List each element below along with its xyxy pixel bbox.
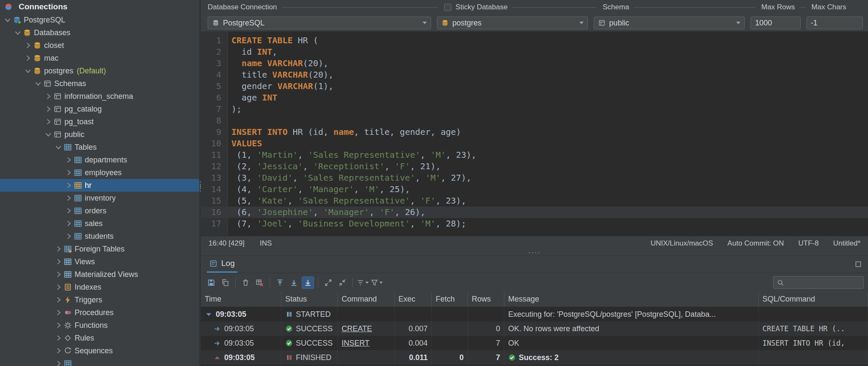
editor-line[interactable]: 7);	[201, 103, 868, 115]
editor-line[interactable]: 12 (2, 'Jessica', 'Receptionist', 'F', 2…	[201, 161, 868, 172]
editor-line[interactable]: 17 (7, 'Joel', 'Business Development', '…	[201, 218, 868, 229]
scroll-to-start-button[interactable]	[274, 277, 286, 289]
auto-commit-indicator[interactable]: Auto Commit: ON	[727, 239, 784, 248]
filter-button[interactable]	[370, 277, 383, 289]
row-arrow-icon[interactable]	[213, 339, 221, 347]
editor-line[interactable]: 4 title VARCHAR(20),	[201, 69, 868, 81]
editor-code-pane[interactable]: 1CREATE TABLE HR (2 id INT,3 name VARCHA…	[201, 31, 868, 236]
delete-row-button[interactable]	[239, 277, 252, 289]
aggregate-filter-button[interactable]	[356, 277, 369, 289]
tree-item-triggers[interactable]: Triggers	[0, 293, 199, 306]
sticky-database-checkbox[interactable]	[444, 4, 451, 11]
tree-item-students[interactable]: students	[0, 230, 199, 243]
column-header-command[interactable]: Command	[338, 292, 395, 307]
log-row[interactable]: 09:03:05SUCCESSINSERT0.0047OKINSERT INTO…	[201, 336, 868, 350]
chevron-down-icon[interactable]	[34, 79, 42, 88]
chevron-right-icon[interactable]	[54, 245, 63, 253]
column-header-time[interactable]: Time	[201, 292, 281, 307]
log-search-box[interactable]	[773, 276, 864, 289]
editor-line[interactable]: 11 (1, 'Martin', 'Sales Representative',…	[201, 149, 868, 161]
row-arrow-icon[interactable]	[213, 325, 221, 333]
chevron-right-icon[interactable]	[64, 232, 73, 240]
panel-splitter[interactable]: ····	[201, 250, 868, 255]
editor-line[interactable]: 8	[201, 115, 868, 126]
scroll-to-end-button[interactable]	[288, 277, 300, 289]
tree-item-sequences[interactable]: Sequences	[0, 344, 199, 357]
tab-log[interactable]: Log	[207, 255, 237, 273]
tree-item-orders[interactable]: orders	[0, 204, 199, 217]
column-header-exec[interactable]: Exec	[395, 292, 432, 307]
tree-item-departments[interactable]: departments	[0, 154, 199, 166]
caret-position[interactable]: 16:40 [429]	[209, 239, 245, 248]
column-header-message[interactable]: Message	[504, 292, 759, 307]
tree-item-closet[interactable]: closet	[0, 39, 199, 52]
save-log-button[interactable]	[205, 277, 217, 289]
tree-item-mac[interactable]: mac	[0, 52, 199, 64]
tree-item-rules[interactable]: Rules	[0, 332, 199, 344]
tree-item-functions[interactable]: Functions	[0, 319, 199, 332]
chevron-right-icon[interactable]	[64, 156, 73, 164]
search-input[interactable]	[787, 278, 855, 287]
chevron-right-icon[interactable]	[54, 257, 63, 266]
chevron-right-icon[interactable]	[64, 181, 73, 190]
column-header-fetch[interactable]: Fetch	[432, 292, 468, 307]
chevron-right-icon[interactable]	[44, 92, 53, 101]
log-row[interactable]: 09:03:05SUCCESSCREATE0.0070OK. No rows w…	[201, 321, 868, 336]
editor-line[interactable]: 13 (3, 'David', 'Sales Representative', …	[201, 172, 868, 184]
chevron-right-icon[interactable]	[54, 308, 63, 317]
chevron-right-icon[interactable]	[54, 359, 63, 366]
editor-line[interactable]: 2 id INT,	[201, 46, 868, 58]
tree-item-pg_toast[interactable]: pg_toast	[0, 115, 199, 128]
collapse-all-button[interactable]	[336, 277, 348, 289]
log-row[interactable]: 09:03:05FINISHED0.01107Success: 2	[201, 350, 868, 365]
tree-item-information_schema[interactable]: information_schema	[0, 90, 199, 103]
tree-item-postgres[interactable]: postgres(Default)	[0, 64, 199, 77]
chevron-right-icon[interactable]	[54, 270, 63, 279]
chevron-right-icon[interactable]	[54, 296, 63, 304]
tree-item-views[interactable]: Views	[0, 255, 199, 268]
editor-line[interactable]: 10VALUES	[201, 138, 868, 149]
editor-line[interactable]: 5 gender VARCHAR(1),	[201, 81, 868, 92]
database-dropdown[interactable]: postgres	[437, 17, 588, 29]
chevron-right-icon[interactable]	[64, 219, 73, 228]
column-header-sql-command[interactable]: SQL/Command	[759, 292, 868, 307]
tree-item-postgresql[interactable]: PostgreSQL	[0, 14, 199, 26]
finish-marker-icon[interactable]	[213, 354, 221, 362]
chevron-down-icon[interactable]	[24, 67, 32, 75]
sql-editor[interactable]: 1CREATE TABLE HR (2 id INT,3 name VARCHA…	[201, 31, 868, 236]
chevron-right-icon[interactable]	[44, 117, 53, 126]
editor-line[interactable]: 14 (4, 'Carter', 'Manager', 'M', 25),	[201, 184, 868, 195]
tree-item-pg_catalog[interactable]: pg_catalog	[0, 103, 199, 115]
copy-button[interactable]	[219, 277, 231, 289]
expander-down-icon[interactable]	[205, 310, 213, 319]
column-header-rows[interactable]: Rows	[468, 292, 504, 307]
chevron-right-icon[interactable]	[64, 194, 73, 202]
max-rows-input[interactable]: 1000	[751, 17, 800, 29]
tree-item-public[interactable]: public	[0, 128, 199, 141]
editor-line[interactable]: 3 name VARCHAR(20),	[201, 58, 868, 69]
connection-dropdown[interactable]: PostgreSQL	[208, 17, 431, 29]
encoding-indicator[interactable]: UTF-8	[798, 239, 819, 248]
chevron-right-icon[interactable]	[54, 321, 63, 330]
tree-item-procedures[interactable]: Procedures	[0, 306, 199, 319]
chevron-right-icon[interactable]	[24, 54, 32, 62]
chevron-right-icon[interactable]	[64, 207, 73, 215]
editor-line[interactable]: 6 age INT	[201, 92, 868, 103]
expand-all-button[interactable]	[322, 277, 334, 289]
editor-line[interactable]: 9INSERT INTO HR (id, name, title, gender…	[201, 126, 868, 138]
tree-item-schemas[interactable]: Schemas	[0, 77, 199, 90]
line-endings-indicator[interactable]: UNIX/Linux/macOS	[651, 239, 713, 248]
chevron-right-icon[interactable]	[64, 168, 73, 177]
tree-item-partial[interactable]	[0, 357, 199, 366]
editor-line[interactable]: 16 (6, 'Josephine', 'Manager', 'F', 26),	[201, 207, 868, 218]
tail-log-button[interactable]	[302, 277, 314, 289]
command-link[interactable]: CREATE	[342, 324, 372, 333]
chevron-down-icon[interactable]	[14, 28, 22, 37]
editor-line[interactable]: 1CREATE TABLE HR (	[201, 35, 868, 46]
chevron-down-icon[interactable]	[3, 16, 12, 24]
tree-item-materialized-views[interactable]: Materialized Views	[0, 268, 199, 281]
tree-item-foreign-tables[interactable]: Foreign Tables	[0, 243, 199, 255]
chevron-right-icon[interactable]	[24, 41, 32, 50]
chevron-right-icon[interactable]	[44, 105, 53, 113]
max-chars-input[interactable]: -1	[807, 17, 863, 29]
